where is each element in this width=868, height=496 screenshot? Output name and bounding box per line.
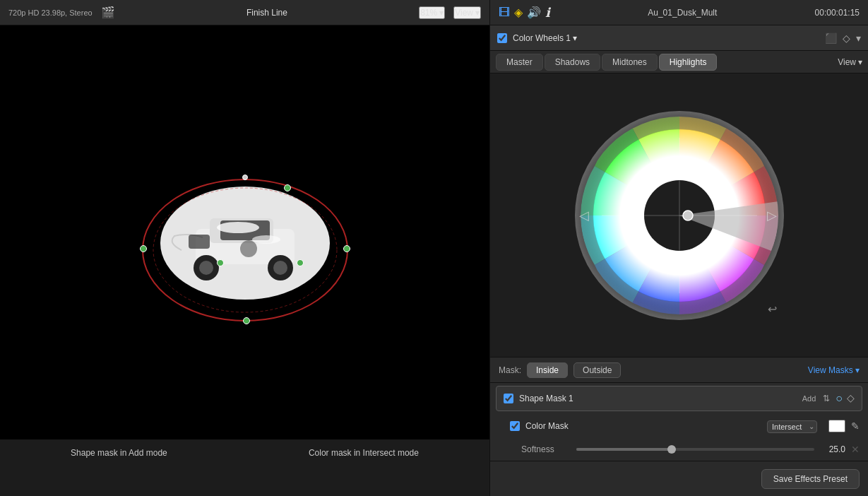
tab-master[interactable]: Master [496,54,543,71]
viewer-area [0,25,489,461]
save-preset-row: Save Effects Preset [490,461,868,496]
view-masks-chevron-icon: ▾ [855,365,860,375]
effect-header: Color Wheels 1 ▾ ⬛ ◇ ▾ [490,25,868,51]
mask-control-points [125,158,365,328]
shape-mask-checkbox[interactable] [504,394,513,403]
mask-outside-button[interactable]: Outside [573,362,621,378]
color-mask-checkbox[interactable] [510,421,520,431]
shape-mask-action-icons: ○ ◇ [836,392,855,405]
control-point-center-left[interactable] [217,259,224,266]
effect-dropdown-chevron: ▾ [573,33,577,43]
mask-label: Mask: [499,365,521,375]
shape-mask-add-icon: ⇅ [823,394,830,403]
save-effects-preset-button[interactable]: Save Effects Preset [761,469,860,489]
viewer-topbar: 720p HD 23.98p, Stereo 🎬 Finish Line 81%… [0,0,489,25]
color-mask-row: Color Mask Intersect Add Subtract ✎ [490,414,868,438]
softness-label: Softness [521,444,571,454]
clapper-icon: 🎬 [101,6,115,19]
annotation-area: Shape mask in Add mode Color mask in Int… [0,439,489,496]
tabs-row: Master Shadows Midtones Highlights View … [490,51,868,73]
mask-inside-button[interactable]: Inside [527,362,568,378]
effect-enable-checkbox[interactable] [497,33,507,43]
intersect-select[interactable]: Intersect Add Subtract [767,420,817,433]
effect-action-icons: ⬛ ◇ ▾ [825,33,861,44]
mask-control-row: Mask: Inside Outside View Masks ▾ [490,358,868,383]
softness-row: Softness 25.0 ✕ [490,438,868,461]
right-topbar: 🎞 ◈ 🔊 ℹ Au_01_Dusk_Mult 00:00:01:15 [490,0,868,25]
view-button[interactable]: View ▾ [453,6,481,19]
zoom-chevron-icon: ▾ [439,8,444,18]
right-panel: 🎞 ◈ 🔊 ℹ Au_01_Dusk_Mult 00:00:01:15 Colo… [489,0,868,496]
control-point-bottom[interactable] [243,317,250,324]
clip-title: Finish Line [124,8,411,18]
tab-shadows[interactable]: Shadows [545,54,600,71]
tab-view-button[interactable]: View ▾ [838,57,862,67]
view-chevron-icon: ▾ [475,8,480,18]
audio-icon[interactable]: 🔊 [527,6,541,19]
svg-point-25 [683,211,693,220]
intersect-wrapper: Intersect Add Subtract [767,420,817,433]
film-strip-icon[interactable]: 🎞 [499,6,510,19]
format-info: 720p HD 23.98p, Stereo [8,8,93,17]
shape-mask-add-label: Add [802,394,816,403]
softness-reset-button[interactable]: ✕ [851,444,860,455]
eyedropper-button[interactable]: ✎ [851,420,860,432]
softness-value: 25.0 [820,444,845,454]
annotation-color-mask: Color mask in Intersect mode [309,448,419,458]
zoom-selector[interactable]: 81% ▾ [419,6,445,19]
shape-mask-row: Shape Mask 1 Add ⇅ ○ ◇ [496,386,862,411]
effect-keyframe-button[interactable]: ◇ [843,33,850,44]
effect-display-button[interactable]: ⬛ [825,33,837,44]
tab-view-chevron: ▾ [858,57,862,67]
softness-thumb [667,445,676,454]
color-mask-label: Color Mask [525,421,569,431]
svg-text:◁: ◁ [579,208,589,223]
effect-more-button[interactable]: ▾ [856,33,861,44]
color-wheel-svg[interactable]: ◁ ▷ [573,110,785,321]
softness-track-fill [576,448,672,451]
control-point-right[interactable] [343,245,350,252]
shape-mask-label: Shape Mask 1 [519,394,797,403]
shape-mask-diamond-icon[interactable]: ◇ [847,392,855,405]
info-icon[interactable]: ℹ [545,5,550,20]
color-wheel-wrapper: ◁ ▷ ↩ [573,110,785,321]
tab-highlights[interactable]: Highlights [659,54,718,71]
svg-text:▷: ▷ [767,208,777,223]
annotation-shape-mask: Shape mask in Add mode [71,448,167,458]
softness-slider[interactable] [576,448,814,451]
mask-section: Mask: Inside Outside View Masks ▾ Shape … [490,357,868,461]
control-point-top[interactable] [242,175,248,180]
shape-mask-circle-icon[interactable]: ○ [836,392,843,405]
tab-midtones[interactable]: Midtones [602,54,658,71]
effect-name-label[interactable]: Color Wheels 1 ▾ [513,33,819,43]
color-wheel-area[interactable]: ◁ ▷ ↩ [490,73,868,357]
clip-icons: 🎞 ◈ 🔊 ℹ [499,5,550,20]
control-point-center-right[interactable] [297,259,304,266]
left-panel: 720p HD 23.98p, Stereo 🎬 Finish Line 81%… [0,0,489,496]
color-swatch-button[interactable] [828,420,845,432]
control-point-top-right[interactable] [284,184,291,191]
clip-name: Au_01_Dusk_Mult [556,8,809,18]
clip-timecode: 00:00:01:15 [815,8,860,18]
view-masks-button[interactable]: View Masks ▾ [808,365,860,375]
control-point-left[interactable] [140,245,147,252]
color-wheel-icon[interactable]: ◈ [514,6,523,19]
wheel-reset-button[interactable]: ↩ [768,302,777,316]
